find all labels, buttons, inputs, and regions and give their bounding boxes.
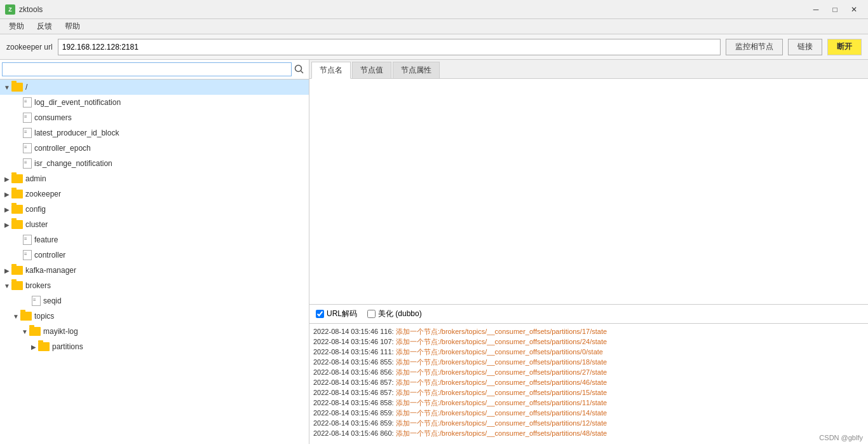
tree-node-controller[interactable]: controller (0, 247, 309, 263)
node-label: zookeeper (25, 190, 61, 198)
url-decode-label: URL解码 (327, 309, 357, 319)
log-panel: 2022-08-14 03:15:46 116: 添加一个节点:/brokers… (309, 323, 868, 444)
minimize-button[interactable]: ─ (807, 3, 825, 17)
app-icon: Z (5, 4, 15, 15)
tree-node-mayikt-log[interactable]: ▼ mayikt-log (0, 324, 309, 339)
titlebar: Z zktools ─ □ ✕ (0, 0, 868, 19)
maximize-button[interactable]: □ (826, 3, 844, 17)
tree-node-brokers[interactable]: ▼ brokers (0, 278, 309, 293)
tab-node-value[interactable]: 节点值 (352, 62, 391, 78)
beautify-label: 美化 (dubbo) (378, 309, 422, 319)
tree-node-feature[interactable]: feature (0, 232, 309, 247)
url-decode-checkbox-item: URL解码 (316, 309, 357, 319)
folder-icon (11, 220, 23, 229)
search-icon (294, 64, 304, 74)
arrow-icon: ▶ (3, 174, 11, 183)
search-input[interactable] (2, 62, 292, 76)
folder-icon (11, 83, 23, 92)
file-icon (23, 235, 32, 245)
arrow-icon: ▶ (3, 220, 11, 229)
url-decode-checkbox[interactable] (316, 310, 324, 318)
zookeeper-url-input[interactable] (58, 39, 721, 55)
watermark: CSDN @gblfy (819, 434, 863, 441)
node-label: mayikt-log (43, 327, 78, 336)
node-label: config (25, 205, 46, 214)
close-button[interactable]: ✕ (845, 3, 863, 17)
checkbox-bar: URL解码 美化 (dubbo) (309, 304, 868, 323)
log-entry: 2022-08-14 03:15:46 855: 添加一个节点:/brokers… (313, 357, 864, 367)
tree-node-cluster[interactable]: ▶ cluster (0, 217, 309, 232)
file-icon (23, 97, 32, 108)
log-entry: 2022-08-14 03:15:46 107: 添加一个节点:/brokers… (313, 336, 864, 347)
file-icon (23, 158, 32, 169)
arrow-icon: ▶ (3, 205, 11, 214)
file-icon (23, 113, 32, 123)
tree-node-kafka-manager[interactable]: ▶ kafka-manager (0, 263, 309, 278)
node-label: cluster (25, 220, 48, 229)
connect-button[interactable]: 链接 (788, 39, 822, 55)
log-entry: 2022-08-14 03:15:46 116: 添加一个节点:/brokers… (313, 326, 864, 336)
log-entry: 2022-08-14 03:15:46 858: 添加一个节点:/brokers… (313, 398, 864, 408)
node-label: feature (34, 235, 58, 244)
tree-container[interactable]: ▼ / log_dir_event_notification consumers… (0, 80, 309, 444)
node-label: kafka-manager (25, 266, 76, 275)
folder-icon (11, 174, 23, 183)
tree-node-topics[interactable]: ▼ topics (0, 309, 309, 324)
file-icon (23, 128, 32, 138)
search-button[interactable] (292, 62, 307, 77)
arrow-icon: ▼ (3, 83, 11, 92)
folder-icon (20, 312, 32, 321)
log-entry: 2022-08-14 03:15:46 859: 添加一个节点:/brokers… (313, 418, 864, 428)
node-label: seqid (43, 296, 62, 305)
tree-node-seqid[interactable]: seqid (0, 293, 309, 309)
log-entry: 2022-08-14 03:15:46 857: 添加一个节点:/brokers… (313, 377, 864, 387)
node-label: latest_producer_id_block (34, 128, 119, 137)
content-area (309, 79, 868, 304)
arrow-icon: ▼ (11, 312, 20, 321)
file-icon (23, 250, 32, 260)
tree-node-partitions[interactable]: ▶ partitions (0, 339, 309, 354)
tree-node-controller-epoch[interactable]: controller_epoch (0, 141, 309, 156)
log-entry: 2022-08-14 03:15:46 857: 添加一个节点:/brokers… (313, 387, 864, 398)
tree-node-isr-change[interactable]: isr_change_notification (0, 156, 309, 171)
arrow-icon: ▶ (3, 190, 11, 198)
tree-node-latest-producer[interactable]: latest_producer_id_block (0, 125, 309, 141)
node-label: controller_epoch (34, 144, 91, 153)
file-icon (32, 296, 41, 306)
tree-node-config[interactable]: ▶ config (0, 202, 309, 217)
menu-item-feedback[interactable]: 反馈 (31, 20, 58, 33)
tree-node-zookeeper[interactable]: ▶ zookeeper (0, 186, 309, 202)
svg-point-0 (295, 66, 302, 72)
node-label: brokers (25, 281, 51, 290)
log-entry: 2022-08-14 03:15:46 859: 添加一个节点:/brokers… (313, 408, 864, 418)
folder-icon (11, 266, 23, 275)
tab-node-name[interactable]: 节点名 (311, 62, 351, 79)
arrow-icon: ▼ (20, 327, 29, 336)
tab-node-properties[interactable]: 节点属性 (393, 62, 440, 78)
main-layout: ▼ / log_dir_event_notification consumers… (0, 60, 868, 444)
tree-node-log-dir[interactable]: log_dir_event_notification (0, 95, 309, 110)
folder-icon (29, 327, 41, 336)
disconnect-button[interactable]: 断开 (827, 39, 862, 55)
urlbar-label: zookeeper url (6, 43, 53, 52)
left-panel: ▼ / log_dir_event_notification consumers… (0, 60, 309, 444)
log-entry: 2022-08-14 03:15:46 111: 添加一个节点:/brokers… (313, 347, 864, 357)
folder-icon (38, 342, 50, 351)
tree-node-root[interactable]: ▼ / (0, 80, 309, 95)
node-label: partitions (52, 342, 83, 351)
tree-node-consumers[interactable]: consumers (0, 110, 309, 125)
beautify-checkbox[interactable] (367, 310, 376, 318)
window-controls: ─ □ ✕ (807, 3, 863, 17)
node-label: topics (34, 312, 54, 321)
arrow-icon: ▼ (3, 281, 11, 290)
menubar: 赞助 反馈 帮助 (0, 19, 868, 34)
folder-icon (11, 281, 23, 290)
monitor-button[interactable]: 监控相节点 (726, 39, 783, 55)
file-icon (23, 143, 32, 153)
tree-node-admin[interactable]: ▶ admin (0, 171, 309, 186)
menu-item-help[interactable]: 帮助 (58, 20, 86, 33)
urlbar: zookeeper url 监控相节点 链接 断开 (0, 34, 868, 60)
node-label: consumers (34, 113, 72, 122)
node-label: log_dir_event_notification (34, 98, 121, 107)
menu-item-sponsor[interactable]: 赞助 (3, 20, 31, 33)
